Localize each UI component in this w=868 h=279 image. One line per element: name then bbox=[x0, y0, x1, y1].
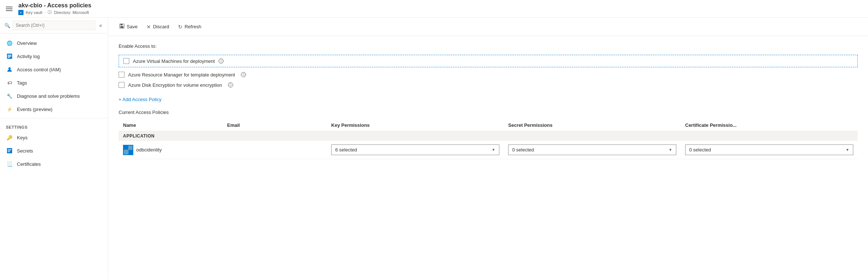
info-icon-disk[interactable]: ⓘ bbox=[228, 82, 233, 87]
save-label: Save bbox=[127, 24, 138, 29]
sidebar-item-events[interactable]: ⚡ Events (preview) bbox=[0, 103, 108, 116]
access-option-disk: Azure Disk Encryption for volume encrypt… bbox=[119, 82, 858, 88]
tags-icon: 🏷 bbox=[6, 79, 13, 86]
discard-button[interactable]: ✕ Discard bbox=[143, 22, 173, 32]
discard-icon: ✕ bbox=[147, 24, 151, 30]
sidebar-item-secrets[interactable]: Secrets bbox=[0, 144, 108, 157]
page-content: Enable Access to: Azure Virtual Machines… bbox=[108, 36, 868, 167]
row-name-cell: odbcidentity bbox=[119, 141, 223, 159]
sidebar-item-iam[interactable]: Access control (IAM) bbox=[0, 63, 108, 76]
row-key-cell: 6 selected ▼ bbox=[327, 141, 504, 159]
row-email-cell bbox=[223, 141, 327, 159]
info-icon-vm[interactable]: ⓘ bbox=[218, 58, 224, 64]
sidebar: 🔍 « 🌐 Overview Activity log bbox=[0, 18, 108, 279]
key-permissions-value: 6 selected bbox=[335, 147, 357, 153]
add-policy-link[interactable]: + Add Access Policy bbox=[119, 97, 162, 102]
sidebar-label-secrets: Secrets bbox=[17, 148, 33, 154]
sidebar-item-overview[interactable]: 🌐 Overview bbox=[0, 36, 108, 50]
access-option-arm: Azure Resource Manager for template depl… bbox=[119, 72, 858, 78]
sidebar-label-diagnose: Diagnose and solve problems bbox=[17, 93, 80, 99]
hamburger-menu[interactable] bbox=[6, 7, 12, 11]
collapse-button[interactable]: « bbox=[98, 22, 104, 29]
svg-rect-12 bbox=[120, 24, 123, 25]
search-input[interactable] bbox=[12, 21, 95, 30]
sidebar-label-activity-log: Activity log bbox=[17, 54, 40, 59]
info-icon-arm[interactable]: ⓘ bbox=[241, 72, 246, 77]
col-header-name: Name bbox=[119, 119, 223, 131]
sidebar-nav: 🌐 Overview Activity log Access control (… bbox=[0, 33, 108, 174]
discard-label: Discard bbox=[153, 24, 169, 29]
access-option-vm: Azure Virtual Machines for deployment ⓘ bbox=[119, 55, 858, 67]
group-label-application: APPLICATION bbox=[119, 131, 858, 141]
diagnose-icon: 🔧 bbox=[6, 92, 13, 100]
refresh-label: Refresh bbox=[185, 24, 202, 29]
secrets-icon bbox=[6, 147, 13, 154]
settings-section-label: Settings bbox=[0, 121, 108, 131]
secret-permissions-dropdown[interactable]: 0 selected ▼ bbox=[508, 144, 676, 155]
toolbar: Save ✕ Discard ↻ Refresh bbox=[108, 18, 868, 36]
sidebar-item-tags[interactable]: 🏷 Tags bbox=[0, 76, 108, 89]
refresh-button[interactable]: ↻ Refresh bbox=[174, 22, 205, 32]
sidebar-item-keys[interactable]: 🔑 Keys bbox=[0, 131, 108, 144]
col-header-email: Email bbox=[223, 119, 327, 131]
save-icon bbox=[119, 24, 124, 30]
keyvault-icon: K bbox=[18, 10, 23, 15]
checkbox-disk[interactable] bbox=[119, 82, 124, 88]
sidebar-label-tags: Tags bbox=[17, 80, 27, 86]
svg-rect-8 bbox=[8, 149, 11, 150]
keys-icon: 🔑 bbox=[6, 134, 13, 141]
policies-table: Name Email Key Permissions Secret Permis… bbox=[119, 119, 858, 159]
sidebar-label-overview: Overview bbox=[17, 40, 37, 46]
table-row: odbcidentity 6 selected ▼ bbox=[119, 141, 858, 159]
row-name: odbcidentity bbox=[136, 147, 162, 153]
row-secret-cell: 0 selected ▼ bbox=[504, 141, 681, 159]
sidebar-item-activity-log[interactable]: Activity log bbox=[0, 50, 108, 63]
enable-access-title: Enable Access to: bbox=[119, 43, 858, 49]
secret-dropdown-arrow: ▼ bbox=[669, 148, 672, 152]
svg-rect-10 bbox=[8, 151, 10, 152]
svg-rect-13 bbox=[120, 26, 123, 28]
access-label-arm: Azure Resource Manager for template depl… bbox=[128, 72, 235, 78]
svg-rect-3 bbox=[8, 55, 11, 56]
sidebar-item-diagnose[interactable]: 🔧 Diagnose and solve problems bbox=[0, 89, 108, 103]
content-area: Save ✕ Discard ↻ Refresh Enable Access t… bbox=[108, 18, 868, 279]
breadcrumb-type: Key vault bbox=[26, 10, 42, 15]
svg-rect-9 bbox=[8, 150, 11, 151]
breadcrumb-sep: · bbox=[44, 10, 46, 15]
info-icon: ⓘ bbox=[48, 10, 52, 15]
svg-text:K: K bbox=[20, 11, 22, 14]
row-cert-cell: 0 selected ▼ bbox=[681, 141, 858, 159]
sidebar-search-area: 🔍 « bbox=[0, 18, 108, 33]
sidebar-item-certificates[interactable]: 📃 Certificates bbox=[0, 157, 108, 171]
search-icon: 🔍 bbox=[4, 23, 10, 28]
svg-rect-5 bbox=[8, 57, 10, 58]
key-dropdown-arrow: ▼ bbox=[492, 148, 495, 152]
group-header-application: APPLICATION bbox=[119, 131, 858, 141]
app-icon bbox=[123, 145, 133, 155]
secret-permissions-value: 0 selected bbox=[512, 147, 534, 153]
access-label-vm: Azure Virtual Machines for deployment bbox=[133, 58, 215, 64]
access-options-list: Azure Virtual Machines for deployment ⓘ … bbox=[119, 55, 858, 88]
sidebar-label-iam: Access control (IAM) bbox=[17, 67, 61, 72]
iam-icon bbox=[6, 66, 13, 73]
col-header-secret: Secret Permissions bbox=[504, 119, 681, 131]
sidebar-label-certificates: Certificates bbox=[17, 161, 41, 167]
checkbox-arm[interactable] bbox=[119, 72, 124, 78]
cert-dropdown-arrow: ▼ bbox=[846, 148, 849, 152]
sidebar-label-events: Events (preview) bbox=[17, 107, 53, 112]
events-icon: ⚡ bbox=[6, 105, 13, 113]
sidebar-label-keys: Keys bbox=[17, 135, 28, 140]
overview-icon: 🌐 bbox=[6, 39, 13, 47]
checkbox-vm[interactable] bbox=[123, 58, 129, 64]
svg-point-6 bbox=[8, 67, 11, 69]
key-permissions-dropdown[interactable]: 6 selected ▼ bbox=[331, 144, 499, 155]
col-header-cert: Certificate Permissio... bbox=[681, 119, 858, 131]
cert-permissions-dropdown[interactable]: 0 selected ▼ bbox=[685, 144, 853, 155]
certificates-icon: 📃 bbox=[6, 160, 13, 168]
activity-log-icon bbox=[6, 53, 13, 60]
page-title: akv-cbio - Access policies bbox=[18, 2, 91, 9]
top-bar: akv-cbio - Access policies K Key vault ·… bbox=[0, 0, 868, 18]
access-label-disk: Azure Disk Encryption for volume encrypt… bbox=[128, 82, 222, 88]
refresh-icon: ↻ bbox=[178, 24, 182, 30]
save-button[interactable]: Save bbox=[116, 21, 141, 32]
